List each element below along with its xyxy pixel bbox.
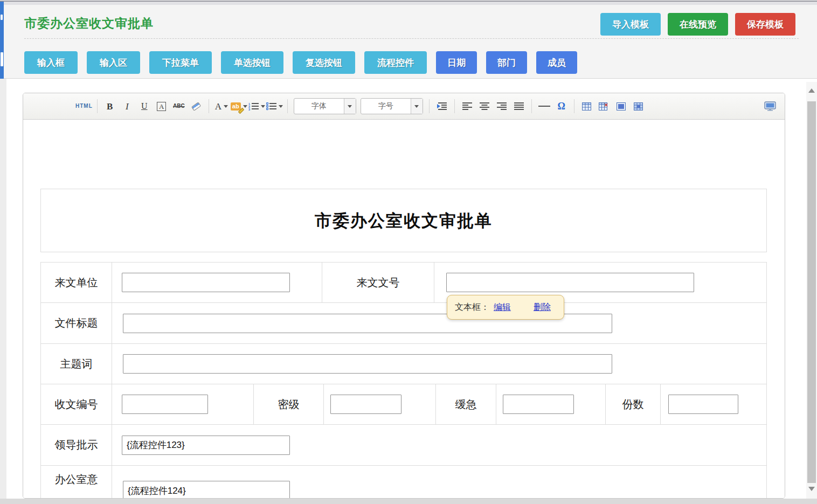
html-source-button[interactable]: HTML: [75, 98, 93, 114]
html-source-icon: HTML: [75, 103, 93, 109]
table-row: 主题词: [41, 344, 766, 384]
align-left-button[interactable]: [459, 98, 475, 114]
editor-content[interactable]: 市委办公室收文审批单 来文单位 来文文号 文件标题 主题词: [23, 120, 785, 499]
insert-table-button[interactable]: [579, 98, 595, 114]
toolbar-separator: [429, 99, 430, 113]
font-color-button[interactable]: A: [213, 98, 230, 114]
horizontal-rule-icon: [538, 106, 550, 107]
add-checkbox-button[interactable]: 复选按钮: [293, 51, 355, 74]
ordered-list-button[interactable]: 1 2 3: [248, 98, 265, 114]
security-level-input[interactable]: [330, 395, 401, 414]
fullscreen-button[interactable]: [762, 98, 778, 114]
save-template-button[interactable]: 保存模板: [735, 13, 795, 36]
horizontal-rule-button[interactable]: [536, 98, 552, 114]
bold-icon: B: [107, 102, 113, 111]
italic-icon: I: [126, 102, 129, 111]
incoming-doc-number-input[interactable]: [446, 273, 694, 292]
field-label: 主题词: [41, 344, 112, 384]
delete-table-button[interactable]: ✕: [596, 98, 612, 114]
delete-control-link[interactable]: 删除: [534, 302, 551, 313]
office-opinion-input[interactable]: [123, 481, 290, 499]
font-family-select[interactable]: 字体: [294, 98, 356, 114]
add-textarea-button[interactable]: 输入区: [87, 51, 140, 74]
rich-text-editor: HTML B I U A ABC A ab 1 2 3: [23, 93, 785, 499]
toolbar-separator: [531, 99, 532, 113]
toolbar-separator: [454, 99, 455, 113]
svg-text:3: 3: [248, 108, 250, 111]
italic-button[interactable]: I: [119, 98, 135, 114]
align-right-icon: [497, 102, 507, 110]
unordered-list-button[interactable]: [266, 98, 283, 114]
leader-instructions-input[interactable]: [122, 436, 290, 455]
align-center-button[interactable]: [476, 98, 493, 114]
insert-table-icon: [582, 102, 591, 111]
font-size-select[interactable]: 字号: [361, 98, 423, 114]
fullscreen-monitor-icon: [764, 101, 776, 111]
edit-control-link[interactable]: 编辑: [494, 302, 511, 313]
cell-properties-icon: [634, 102, 643, 111]
field-cell: [496, 384, 606, 424]
scrollbar-thumb[interactable]: [807, 101, 816, 483]
add-dropdown-button[interactable]: 下拉菜单: [149, 51, 212, 74]
strikethrough-button[interactable]: ABC: [171, 98, 187, 114]
left-edge-strip: [0, 79, 6, 499]
scroll-up-icon[interactable]: [808, 88, 815, 93]
remove-format-button[interactable]: [188, 98, 204, 114]
add-department-button[interactable]: 部门: [486, 51, 527, 74]
add-radio-button[interactable]: 单选按钮: [221, 51, 283, 74]
table-properties-button[interactable]: [613, 98, 629, 114]
receipt-number-input[interactable]: [122, 395, 208, 414]
highlight-button[interactable]: ab: [231, 98, 247, 114]
field-label: 密级: [254, 384, 324, 424]
dotted-divider: [24, 38, 799, 39]
toolbar-separator: [209, 99, 209, 113]
urgency-input[interactable]: [503, 395, 574, 414]
highlight-icon: ab: [231, 102, 241, 111]
align-justify-button[interactable]: [511, 98, 527, 114]
field-label: 来文文号: [322, 263, 434, 302]
field-label: 收文编号: [41, 384, 112, 424]
component-buttons: 输入框 输入区 下拉菜单 单选按钮 复选按钮 流程控件 日期 部门 成员: [24, 51, 577, 74]
chevron-down-icon: [411, 99, 423, 114]
form-title: 市委办公室收文审批单: [40, 189, 767, 252]
font-frame-button[interactable]: A: [154, 98, 170, 114]
window-bottom-strip: [0, 499, 817, 504]
field-cell: [112, 263, 322, 302]
add-flow-control-button[interactable]: 流程控件: [364, 51, 427, 74]
cell-properties-button[interactable]: [631, 98, 647, 114]
table-properties-icon: [617, 102, 626, 111]
chevron-down-icon: [224, 105, 228, 108]
indent-button[interactable]: [434, 98, 450, 114]
align-right-button[interactable]: [494, 98, 510, 114]
chevron-down-icon: [344, 99, 356, 114]
editor-toolbar: HTML B I U A ABC A ab 1 2 3: [23, 93, 785, 120]
add-input-box-button[interactable]: 输入框: [24, 51, 78, 74]
add-date-button[interactable]: 日期: [436, 51, 477, 74]
chevron-down-icon: [243, 105, 247, 108]
font-size-label: 字号: [361, 99, 411, 114]
import-template-button[interactable]: 导入模板: [600, 13, 661, 36]
bold-button[interactable]: B: [102, 98, 118, 114]
tooltip-label: 文本框：: [455, 302, 489, 313]
font-frame-icon: A: [157, 102, 166, 111]
field-label: 缓急: [436, 384, 496, 424]
incoming-unit-input[interactable]: [122, 273, 290, 292]
subject-words-input[interactable]: [123, 354, 612, 374]
template-actions: 导入模板 在线预览 保存模板: [600, 13, 795, 36]
add-member-button[interactable]: 成员: [536, 51, 577, 74]
online-preview-button[interactable]: 在线预览: [668, 13, 728, 36]
scroll-down-icon[interactable]: [808, 487, 815, 491]
table-row: 办公室意: [41, 466, 766, 499]
field-label: 来文单位: [41, 263, 112, 302]
field-label: 文件标题: [41, 303, 112, 343]
special-character-button[interactable]: Ω: [553, 98, 570, 114]
header-panel: 市委办公室收文审批单 导入模板 在线预览 保存模板 输入框 输入区 下拉菜单 单…: [0, 5, 817, 79]
underline-button[interactable]: U: [136, 98, 153, 114]
omega-icon: Ω: [557, 101, 565, 111]
toolbar-separator: [97, 99, 98, 113]
field-label: 领导批示: [41, 425, 112, 465]
copies-input[interactable]: [668, 395, 738, 414]
vertical-scrollbar[interactable]: [806, 82, 817, 499]
toolbar-separator: [287, 99, 288, 113]
field-cell: [112, 344, 766, 384]
